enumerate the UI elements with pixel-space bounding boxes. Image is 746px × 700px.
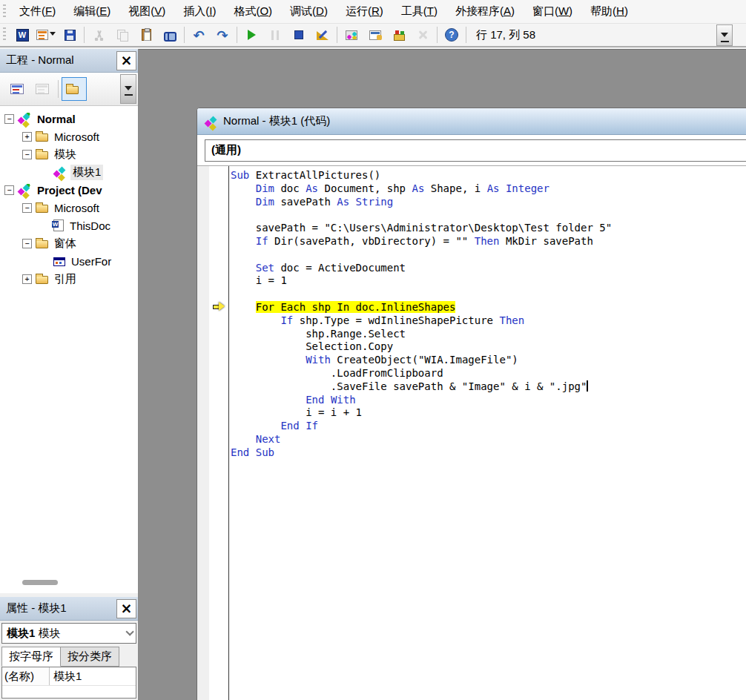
break-button — [263, 24, 287, 45]
code-line: Sub ExtractAllPictures() — [231, 169, 746, 182]
cut-button — [87, 24, 110, 45]
tree-expander-plus-icon[interactable]: + — [22, 274, 32, 284]
menu-help[interactable]: 帮助(H) — [581, 1, 637, 22]
toolbox-button — [411, 24, 435, 45]
project-toolbar-overflow-button[interactable] — [120, 74, 136, 104]
design-mode-icon — [317, 30, 329, 40]
menu-debug[interactable]: 调试(D) — [281, 1, 337, 22]
tab-categorized[interactable]: 按分类序 — [60, 647, 119, 667]
code-line: shp.Range.Select — [231, 328, 746, 341]
toolbar-separator — [84, 27, 85, 43]
execution-point-arrow-icon[interactable] — [213, 303, 225, 311]
properties-window-button[interactable] — [363, 24, 387, 45]
view-microsoft-word-button[interactable] — [10, 24, 34, 45]
tree-label: ThisDoc — [67, 219, 113, 233]
properties-window-icon — [369, 30, 381, 40]
tree-item-microsoft-word-objects[interactable]: +Microsoft — [0, 128, 138, 145]
insert-userform-button[interactable] — [34, 24, 58, 45]
properties-panel-close-button[interactable]: × — [116, 599, 136, 618]
toggle-folders-button[interactable] — [62, 77, 87, 101]
project-icon — [18, 113, 31, 125]
menu-tools[interactable]: 工具(T) — [392, 1, 446, 22]
menubar-grip-handle[interactable] — [3, 4, 6, 19]
code-window-titlebar[interactable]: Normal - 模块1 (代码) — [197, 108, 746, 135]
tree-expander-minus-icon[interactable]: − — [4, 114, 14, 124]
tree-item-thisdocument[interactable]: ThisDoc — [0, 217, 138, 234]
paste-icon — [142, 29, 151, 41]
help-button[interactable] — [440, 24, 463, 45]
help-icon — [445, 28, 458, 42]
object-browser-button[interactable] — [387, 24, 411, 45]
toolbar-grip-handle[interactable] — [3, 27, 6, 42]
breakpoint-margin[interactable] — [209, 166, 229, 700]
run-sub-button[interactable] — [240, 24, 263, 45]
panel-resize-handle[interactable] — [22, 580, 58, 585]
reset-button[interactable] — [287, 24, 311, 45]
project-explorer-button[interactable] — [340, 24, 363, 45]
tree-item-references-folder[interactable]: +引用 — [0, 270, 138, 288]
tree-expander-minus-icon[interactable]: − — [22, 150, 32, 159]
menu-bar-items: 文件(F)编辑(E)视图(V)插入(I)格式(O)调试(D)运行(R)工具(T)… — [10, 1, 637, 22]
tree-item-module1[interactable]: 模块1 — [0, 163, 138, 181]
menu-addins[interactable]: 外接程序(A) — [446, 1, 524, 22]
folder-icon — [66, 86, 79, 94]
object-dropdown[interactable]: (通用) — [205, 139, 746, 162]
view-code-button[interactable] — [4, 77, 30, 101]
tree-item-modules-folder[interactable]: −模块 — [0, 145, 138, 163]
code-line: .LoadFromClipboard — [231, 367, 746, 380]
object-selector-combobox[interactable]: 模块1 模块 — [1, 623, 136, 644]
menu-file[interactable]: 文件(F) — [10, 1, 65, 22]
paste-button[interactable] — [134, 24, 158, 45]
properties-panel-titlebar[interactable]: 属性 - 模块1 × — [0, 597, 138, 621]
menu-edit[interactable]: 编辑(E) — [65, 1, 119, 22]
copy-button — [110, 24, 134, 45]
code-line: For Each shp In doc.InlineShapes — [231, 301, 746, 314]
tree-label: 模块1 — [70, 165, 103, 180]
tree-label: Project (Dev — [35, 183, 105, 197]
undo-button[interactable] — [187, 24, 211, 45]
tree-item-microsoft-word-objects-2[interactable]: −Microsoft — [0, 199, 138, 217]
find-button[interactable] — [158, 24, 182, 45]
project-icon — [18, 184, 31, 196]
property-row: (名称)模块1 — [2, 667, 136, 686]
tab-alphabetic[interactable]: 按字母序 — [1, 647, 61, 667]
menu-window[interactable]: 窗口(W) — [524, 1, 581, 22]
code-line: savePath = "C:\Users\Administrator\Deskt… — [231, 222, 746, 235]
project-panel-close-button[interactable]: × — [116, 51, 136, 70]
tree-expander-minus-icon[interactable]: − — [22, 239, 32, 248]
chevron-down-icon — [721, 33, 728, 41]
toolbar-options-overflow-button[interactable] — [716, 24, 733, 46]
tree-item-forms-folder[interactable]: −窗体 — [0, 234, 138, 252]
tree-item-project-dev[interactable]: −Project (Dev — [0, 181, 138, 199]
code-text-area[interactable]: Sub ExtractAllPictures() Dim doc As Docu… — [229, 166, 746, 700]
userform-icon — [53, 257, 65, 266]
menu-view[interactable]: 视图(V) — [119, 1, 174, 22]
property-value-cell[interactable]: 模块1 — [50, 670, 136, 684]
design-mode-button[interactable] — [311, 24, 334, 45]
code-line: End If — [231, 420, 746, 433]
code-window: Normal - 模块1 (代码) (通用) Sub ExtractAllPic… — [197, 108, 746, 700]
cut-icon — [93, 30, 105, 41]
tree-expander-minus-icon[interactable]: − — [4, 185, 14, 195]
redo-button[interactable] — [211, 24, 234, 45]
save-button[interactable] — [58, 24, 82, 45]
project-explorer-panel: 工程 - Normal × −Normal+Microsoft−模块模块1−Pr… — [0, 49, 138, 593]
tree-item-userform1[interactable]: UserFor — [0, 252, 138, 270]
editor-left-frame — [197, 166, 209, 700]
folder-icon — [36, 151, 48, 159]
tree-item-normal-project[interactable]: −Normal — [0, 110, 138, 128]
folder-icon — [36, 205, 48, 213]
properties-panel-title: 属性 - 模块1 — [6, 601, 116, 615]
menu-insert[interactable]: 插入(I) — [174, 1, 225, 22]
toolbar-separator — [237, 27, 237, 43]
overflow-underline-icon — [125, 94, 133, 96]
view-object-button — [30, 77, 55, 101]
tree-label: 窗体 — [52, 236, 79, 251]
tree-expander-minus-icon[interactable]: − — [22, 203, 32, 213]
project-panel-titlebar[interactable]: 工程 - Normal × — [0, 49, 138, 73]
project-toolbar-buttons — [4, 77, 87, 101]
tree-expander-plus-icon[interactable]: + — [22, 132, 32, 142]
menu-format[interactable]: 格式(O) — [225, 1, 281, 22]
reset-icon — [294, 30, 303, 39]
menu-run[interactable]: 运行(R) — [337, 1, 392, 22]
